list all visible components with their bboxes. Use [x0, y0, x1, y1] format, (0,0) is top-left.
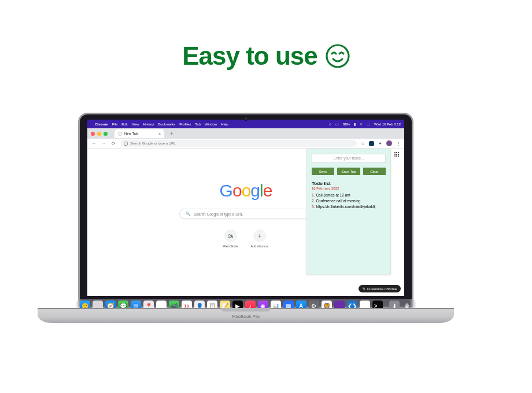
battery-icon: ▮ [354, 122, 356, 126]
menu-file[interactable]: File [112, 123, 118, 126]
list-item: 3.https://in.linkedin.com/in/adityakakli… [312, 205, 386, 209]
plus-icon: + [253, 229, 266, 242]
omnibox[interactable]: i Search Google or type a URL [120, 140, 357, 147]
extension-popup: Enter your tasks... Save Save Tab Clear … [306, 149, 391, 275]
extension-todo-icon[interactable] [369, 141, 374, 146]
close-window-icon[interactable] [91, 132, 95, 136]
wifi-icon[interactable]: ᯤ [360, 123, 363, 126]
omnibox-placeholder: Search Google or type a URL [130, 142, 176, 145]
tab-close-icon[interactable]: × [158, 132, 161, 136]
search-icon: 🔍 [186, 212, 190, 216]
browser-window: New Tab × + ← → ⟳ i Search Google or typ… [87, 128, 404, 296]
ntp-searchbox[interactable]: 🔍 Search Google or type a URL [179, 209, 312, 219]
todo-list: 1.Call James at 12 am 2.Conference call … [312, 193, 386, 209]
menu-window[interactable]: Window [205, 123, 217, 126]
save-tab-button[interactable]: Save Tab [337, 168, 360, 175]
tab-favicon-icon [118, 132, 122, 136]
page-content: Images Google 🔍 Search Google or type a … [87, 149, 404, 296]
address-bar: ← → ⟳ i Search Google or type a URL ☆ ✦ … [87, 139, 404, 149]
maximize-window-icon[interactable] [104, 132, 108, 136]
menu-history[interactable]: History [143, 123, 154, 126]
extensions-puzzle-icon[interactable]: ✦ [378, 141, 383, 146]
shortcut-webstore[interactable]: 🛍 Web Store [223, 229, 238, 248]
headphones-icon[interactable]: ♫ [329, 123, 332, 126]
menu-edit[interactable]: Edit [121, 123, 127, 126]
minimize-window-icon[interactable] [97, 132, 101, 136]
pencil-icon: ✎ [363, 287, 365, 291]
shortcut-webstore-label: Web Store [223, 244, 238, 248]
nav-back-icon[interactable]: ← [91, 141, 97, 146]
task-input[interactable]: Enter your tasks... [312, 154, 386, 163]
todo-date: 16 February 2022 [312, 187, 386, 190]
profile-avatar-icon[interactable] [386, 140, 392, 146]
customize-label: Customise Chrome [367, 287, 397, 291]
smile-relaxed-icon [326, 44, 350, 68]
hero-title: Easy to use [0, 42, 532, 71]
laptop-base: MacBook Pro [38, 308, 454, 323]
menubar-datetime[interactable]: Wed 16 Feb 0:12 [374, 123, 401, 126]
macos-menubar: Chrome File Edit View History Bookmarks … [87, 120, 404, 128]
customize-chrome-button[interactable]: ✎ Customise Chrome [359, 285, 401, 292]
laptop-mockup: Chrome File Edit View History Bookmarks … [78, 113, 454, 323]
google-ntp: Google 🔍 Search Google or type a URL 🛍 W… [179, 181, 312, 248]
hero-text: Easy to use [182, 42, 317, 71]
nav-forward-icon[interactable]: → [101, 141, 107, 146]
chrome-menu-icon[interactable]: ⋮ [396, 141, 401, 146]
menu-bookmarks[interactable]: Bookmarks [158, 123, 175, 126]
list-item: 1.Call James at 12 am [312, 193, 386, 197]
menu-help[interactable]: Help [221, 123, 228, 126]
webstore-icon: 🛍 [224, 229, 237, 242]
todo-heading: Todo list [312, 181, 386, 186]
battery-pct: 88% [343, 123, 350, 126]
clear-button[interactable]: Clear [363, 168, 386, 175]
menu-view[interactable]: View [132, 123, 139, 126]
laptop-model-label: MacBook Pro [38, 314, 454, 319]
camera-icon [243, 116, 248, 121]
tab-title: New Tab [124, 132, 138, 135]
shortcut-add-label: Add shortcut [251, 244, 269, 248]
tab-strip: New Tab × + [87, 128, 404, 139]
nav-reload-icon[interactable]: ⟳ [110, 141, 117, 146]
ntp-shortcuts: 🛍 Web Store + Add shortcut [179, 229, 312, 248]
save-button[interactable]: Save [312, 168, 334, 175]
control-center-icon[interactable]: ⚏ [367, 122, 370, 126]
menu-tab[interactable]: Tab [195, 123, 201, 126]
laptop-screen: Chrome File Edit View History Bookmarks … [78, 113, 413, 308]
browser-tab[interactable]: New Tab × [114, 129, 164, 138]
google-logo: Google [179, 181, 312, 201]
google-apps-icon[interactable] [394, 152, 400, 157]
menu-profiles[interactable]: Profiles [179, 123, 191, 126]
window-controls [91, 132, 108, 136]
svg-point-0 [327, 45, 349, 67]
new-tab-button[interactable]: + [168, 129, 176, 138]
ntp-search-placeholder: Search Google or type a URL [194, 212, 243, 216]
shortcut-add[interactable]: + Add shortcut [251, 229, 269, 248]
menubar-app-name[interactable]: Chrome [95, 123, 108, 126]
bookmark-star-icon[interactable]: ☆ [360, 141, 365, 146]
list-item: 2.Conference call at evening [312, 199, 386, 203]
site-info-icon[interactable]: i [124, 142, 128, 146]
screen-mirror-icon[interactable]: ▭ [335, 122, 339, 126]
